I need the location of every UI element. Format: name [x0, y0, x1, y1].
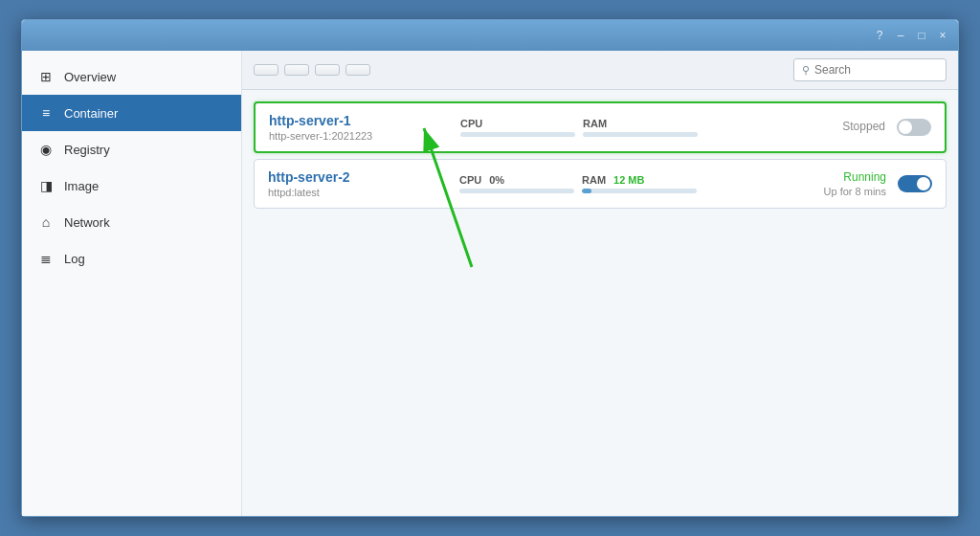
ram-label-row1: RAM	[583, 118, 607, 129]
log-icon: ≣	[37, 250, 55, 267]
ram-bar-track-row2	[582, 189, 697, 193]
container-row-row1[interactable]: http-server-1 http-server-1:2021223 CPU …	[254, 101, 947, 153]
sidebar-item-container[interactable]: ≡ Container	[22, 95, 241, 131]
sidebar-item-network[interactable]: ⌂ Network	[22, 204, 241, 240]
edit-button[interactable]	[284, 64, 309, 76]
ram-group-row2: RAM12 MB	[582, 174, 697, 193]
sidebar-label-log: Log	[64, 252, 85, 266]
container-info-row2: http-server-2 httpd:latest	[268, 169, 459, 198]
sidebar-label-overview: Overview	[64, 70, 116, 84]
help-button[interactable]: ?	[872, 28, 887, 43]
title-bar: ? – □ ×	[22, 20, 958, 51]
window-controls: ? – □ ×	[872, 28, 950, 43]
cpu-group-row1: CPU	[460, 118, 575, 137]
close-button[interactable]: ×	[935, 28, 950, 43]
ram-group-row1: RAM	[583, 118, 698, 137]
toggle-wrap-row2[interactable]	[898, 175, 932, 192]
sidebar-label-image: Image	[64, 179, 99, 193]
container-icon: ≡	[37, 104, 55, 122]
toggle-knob-row1	[899, 121, 912, 134]
container-id-row2: httpd:latest	[268, 187, 459, 198]
status-text-row2: Running	[843, 170, 886, 184]
registry-icon: ◉	[37, 141, 55, 158]
sidebar-label-registry: Registry	[64, 143, 110, 157]
ram-bar-fill-row2	[582, 189, 591, 193]
toggle-wrap-row1[interactable]	[897, 119, 931, 136]
container-row-row2[interactable]: http-server-2 httpd:latest CPU0% RAM12 M…	[254, 159, 947, 209]
search-icon: ⚲	[802, 64, 810, 77]
action-button[interactable]	[315, 64, 340, 76]
ram-label-row2: RAM12 MB	[582, 174, 644, 186]
overview-icon: ⊞	[37, 68, 55, 85]
toolbar: ⚲	[242, 51, 958, 90]
container-metrics-row1: CPU RAM	[460, 118, 780, 137]
container-list: http-server-1 http-server-1:2021223 CPU …	[254, 101, 947, 209]
image-icon: ◨	[37, 177, 55, 194]
main-panel: ⚲ http-server-1 http-server-1:2021223 CP…	[242, 51, 958, 516]
sidebar-item-registry[interactable]: ◉ Registry	[22, 131, 241, 168]
cpu-group-row2: CPU0%	[459, 174, 574, 193]
details-button[interactable]	[254, 64, 278, 76]
toggle-knob-row2	[917, 177, 930, 190]
container-id-row1: http-server-1:2021223	[269, 130, 460, 142]
status-section-row2: Running Up for 8 mins	[781, 170, 886, 197]
container-name-row1: http-server-1	[269, 113, 460, 128]
status-section-row1: Stopped	[780, 120, 885, 135]
sidebar-label-container: Container	[64, 106, 118, 121]
cpu-bar-track-row2	[459, 189, 574, 193]
sidebar-item-image[interactable]: ◨ Image	[22, 168, 241, 204]
content-area: http-server-1 http-server-1:2021223 CPU …	[242, 90, 958, 516]
restore-button[interactable]: □	[914, 28, 929, 43]
settings-button[interactable]	[345, 64, 370, 76]
app-body: ⊞ Overview ≡ Container ◉ Registry ◨ Imag…	[22, 51, 958, 516]
cpu-label-row1: CPU	[460, 118, 482, 129]
sidebar: ⊞ Overview ≡ Container ◉ Registry ◨ Imag…	[22, 51, 242, 516]
toggle-row1[interactable]	[897, 119, 931, 136]
container-name-row2: http-server-2	[268, 169, 459, 185]
cpu-label-row2: CPU0%	[459, 174, 504, 186]
ram-bar-track-row1	[583, 132, 698, 137]
container-metrics-row2: CPU0% RAM12 MB	[459, 174, 781, 193]
cpu-bar-track-row1	[460, 132, 575, 137]
network-icon: ⌂	[37, 213, 55, 231]
status-text-row1: Stopped	[842, 120, 885, 133]
toggle-row2[interactable]	[898, 175, 932, 192]
minimize-button[interactable]: –	[893, 28, 908, 43]
search-input[interactable]	[814, 63, 938, 77]
search-box: ⚲	[793, 58, 947, 81]
status-sub-row2: Up for 8 mins	[824, 186, 886, 197]
app-window: ? – □ × ⊞ Overview ≡ Container ◉ Registr…	[21, 19, 959, 517]
sidebar-label-network: Network	[64, 215, 110, 230]
container-info-row1: http-server-1 http-server-1:2021223	[269, 113, 460, 142]
sidebar-item-log[interactable]: ≣ Log	[22, 240, 241, 277]
sidebar-item-overview[interactable]: ⊞ Overview	[22, 58, 241, 95]
